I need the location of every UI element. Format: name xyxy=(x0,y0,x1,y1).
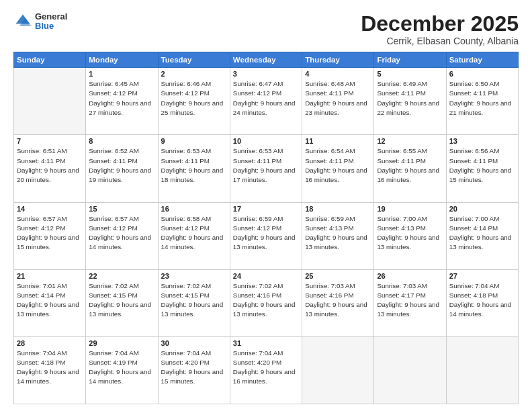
day-number: 3 xyxy=(233,70,299,78)
day-info: Sunrise: 6:52 AMSunset: 4:11 PMDaylight:… xyxy=(89,146,154,185)
day-number: 5 xyxy=(377,70,443,78)
calendar-cell xyxy=(374,336,446,404)
calendar-cell: 24Sunrise: 7:02 AMSunset: 4:16 PMDayligh… xyxy=(230,269,302,336)
day-number: 8 xyxy=(89,137,154,145)
day-info: Sunrise: 7:01 AMSunset: 4:14 PMDaylight:… xyxy=(17,281,83,320)
calendar-cell xyxy=(446,336,518,404)
day-info: Sunrise: 6:53 AMSunset: 4:11 PMDaylight:… xyxy=(161,146,227,185)
logo-text: General Blue xyxy=(35,12,67,32)
header: General Blue December 2025 Cerrik, Elbas… xyxy=(13,12,519,46)
calendar-table: SundayMondayTuesdayWednesdayThursdayFrid… xyxy=(13,52,519,404)
day-number: 20 xyxy=(449,205,515,213)
day-info: Sunrise: 6:50 AMSunset: 4:11 PMDaylight:… xyxy=(449,79,515,118)
day-info: Sunrise: 7:00 AMSunset: 4:13 PMDaylight:… xyxy=(377,214,443,253)
logo-blue-text: Blue xyxy=(35,21,67,31)
day-number: 15 xyxy=(89,205,154,213)
day-number: 26 xyxy=(377,272,443,280)
logo-general-text: General xyxy=(35,12,67,21)
calendar-cell: 28Sunrise: 7:04 AMSunset: 4:18 PMDayligh… xyxy=(14,336,86,404)
calendar-cell xyxy=(14,68,86,135)
day-number: 2 xyxy=(161,70,227,78)
day-info: Sunrise: 6:49 AMSunset: 4:11 PMDaylight:… xyxy=(377,79,443,118)
day-info: Sunrise: 7:03 AMSunset: 4:16 PMDaylight:… xyxy=(305,281,371,320)
day-info: Sunrise: 6:53 AMSunset: 4:11 PMDaylight:… xyxy=(233,146,299,185)
calendar-cell: 30Sunrise: 7:04 AMSunset: 4:20 PMDayligh… xyxy=(158,336,230,404)
month-title: December 2025 xyxy=(361,12,519,36)
day-info: Sunrise: 7:02 AMSunset: 4:16 PMDaylight:… xyxy=(233,281,299,320)
calendar-week-2: 7Sunrise: 6:51 AMSunset: 4:11 PMDaylight… xyxy=(14,135,519,202)
calendar-cell: 16Sunrise: 6:58 AMSunset: 4:12 PMDayligh… xyxy=(158,202,230,269)
logo-icon xyxy=(13,12,32,31)
day-number: 31 xyxy=(233,339,299,347)
weekday-header-row: SundayMondayTuesdayWednesdayThursdayFrid… xyxy=(14,52,519,68)
day-number: 10 xyxy=(233,137,299,145)
calendar-week-1: 1Sunrise: 6:45 AMSunset: 4:12 PMDaylight… xyxy=(14,68,519,135)
day-number: 23 xyxy=(161,272,227,280)
day-info: Sunrise: 7:04 AMSunset: 4:20 PMDaylight:… xyxy=(161,349,227,387)
calendar-cell: 10Sunrise: 6:53 AMSunset: 4:11 PMDayligh… xyxy=(230,135,302,202)
calendar-cell: 14Sunrise: 6:57 AMSunset: 4:12 PMDayligh… xyxy=(14,202,86,269)
calendar-cell: 22Sunrise: 7:02 AMSunset: 4:15 PMDayligh… xyxy=(86,269,158,336)
day-number: 14 xyxy=(17,205,83,213)
day-info: Sunrise: 7:04 AMSunset: 4:18 PMDaylight:… xyxy=(449,281,515,320)
calendar-cell: 15Sunrise: 6:57 AMSunset: 4:12 PMDayligh… xyxy=(86,202,158,269)
day-info: Sunrise: 6:58 AMSunset: 4:12 PMDaylight:… xyxy=(161,214,227,253)
calendar-cell: 11Sunrise: 6:54 AMSunset: 4:11 PMDayligh… xyxy=(302,135,374,202)
day-info: Sunrise: 6:47 AMSunset: 4:12 PMDaylight:… xyxy=(233,79,299,118)
weekday-header-wednesday: Wednesday xyxy=(230,52,302,68)
calendar-cell: 27Sunrise: 7:04 AMSunset: 4:18 PMDayligh… xyxy=(446,269,518,336)
day-number: 4 xyxy=(305,70,371,78)
calendar-cell: 31Sunrise: 7:04 AMSunset: 4:20 PMDayligh… xyxy=(230,336,302,404)
day-info: Sunrise: 6:45 AMSunset: 4:12 PMDaylight:… xyxy=(89,79,154,118)
day-info: Sunrise: 6:51 AMSunset: 4:11 PMDaylight:… xyxy=(17,146,83,185)
calendar-week-5: 28Sunrise: 7:04 AMSunset: 4:18 PMDayligh… xyxy=(14,336,519,404)
day-info: Sunrise: 7:03 AMSunset: 4:17 PMDaylight:… xyxy=(377,281,443,320)
day-info: Sunrise: 6:56 AMSunset: 4:11 PMDaylight:… xyxy=(449,146,515,185)
day-number: 25 xyxy=(305,272,371,280)
calendar-cell: 4Sunrise: 6:48 AMSunset: 4:11 PMDaylight… xyxy=(302,68,374,135)
calendar-week-4: 21Sunrise: 7:01 AMSunset: 4:14 PMDayligh… xyxy=(14,269,519,336)
day-number: 29 xyxy=(89,339,154,347)
day-info: Sunrise: 7:04 AMSunset: 4:18 PMDaylight:… xyxy=(17,349,83,387)
page: General Blue December 2025 Cerrik, Elbas… xyxy=(0,0,532,411)
calendar-header: SundayMondayTuesdayWednesdayThursdayFrid… xyxy=(14,52,519,68)
title-block: December 2025 Cerrik, Elbasan County, Al… xyxy=(361,12,519,46)
weekday-header-thursday: Thursday xyxy=(302,52,374,68)
calendar-cell: 18Sunrise: 6:59 AMSunset: 4:13 PMDayligh… xyxy=(302,202,374,269)
day-number: 9 xyxy=(161,137,227,145)
logo: General Blue xyxy=(13,12,67,32)
day-number: 6 xyxy=(449,70,515,78)
calendar-week-3: 14Sunrise: 6:57 AMSunset: 4:12 PMDayligh… xyxy=(14,202,519,269)
calendar-cell: 20Sunrise: 7:00 AMSunset: 4:14 PMDayligh… xyxy=(446,202,518,269)
day-number: 16 xyxy=(161,205,227,213)
day-info: Sunrise: 7:02 AMSunset: 4:15 PMDaylight:… xyxy=(161,281,227,320)
calendar-cell: 23Sunrise: 7:02 AMSunset: 4:15 PMDayligh… xyxy=(158,269,230,336)
day-info: Sunrise: 6:57 AMSunset: 4:12 PMDaylight:… xyxy=(17,214,83,253)
day-number: 1 xyxy=(89,70,154,78)
day-info: Sunrise: 7:00 AMSunset: 4:14 PMDaylight:… xyxy=(449,214,515,253)
weekday-header-friday: Friday xyxy=(374,52,446,68)
day-info: Sunrise: 6:55 AMSunset: 4:11 PMDaylight:… xyxy=(377,146,443,185)
day-number: 22 xyxy=(89,272,154,280)
calendar-cell: 5Sunrise: 6:49 AMSunset: 4:11 PMDaylight… xyxy=(374,68,446,135)
day-number: 18 xyxy=(305,205,371,213)
weekday-header-sunday: Sunday xyxy=(14,52,86,68)
calendar-cell: 12Sunrise: 6:55 AMSunset: 4:11 PMDayligh… xyxy=(374,135,446,202)
calendar-cell: 9Sunrise: 6:53 AMSunset: 4:11 PMDaylight… xyxy=(158,135,230,202)
day-number: 7 xyxy=(17,137,83,145)
day-info: Sunrise: 7:02 AMSunset: 4:15 PMDaylight:… xyxy=(89,281,154,320)
weekday-header-monday: Monday xyxy=(86,52,158,68)
day-info: Sunrise: 7:04 AMSunset: 4:19 PMDaylight:… xyxy=(89,349,154,387)
day-info: Sunrise: 7:04 AMSunset: 4:20 PMDaylight:… xyxy=(233,349,299,387)
day-info: Sunrise: 6:57 AMSunset: 4:12 PMDaylight:… xyxy=(89,214,154,253)
day-info: Sunrise: 6:59 AMSunset: 4:13 PMDaylight:… xyxy=(305,214,371,253)
calendar-cell: 2Sunrise: 6:46 AMSunset: 4:12 PMDaylight… xyxy=(158,68,230,135)
calendar-body: 1Sunrise: 6:45 AMSunset: 4:12 PMDaylight… xyxy=(14,68,519,404)
day-number: 12 xyxy=(377,137,443,145)
day-number: 11 xyxy=(305,137,371,145)
weekday-header-saturday: Saturday xyxy=(446,52,518,68)
location-subtitle: Cerrik, Elbasan County, Albania xyxy=(361,36,519,46)
calendar-cell: 21Sunrise: 7:01 AMSunset: 4:14 PMDayligh… xyxy=(14,269,86,336)
calendar-cell: 26Sunrise: 7:03 AMSunset: 4:17 PMDayligh… xyxy=(374,269,446,336)
day-number: 13 xyxy=(449,137,515,145)
